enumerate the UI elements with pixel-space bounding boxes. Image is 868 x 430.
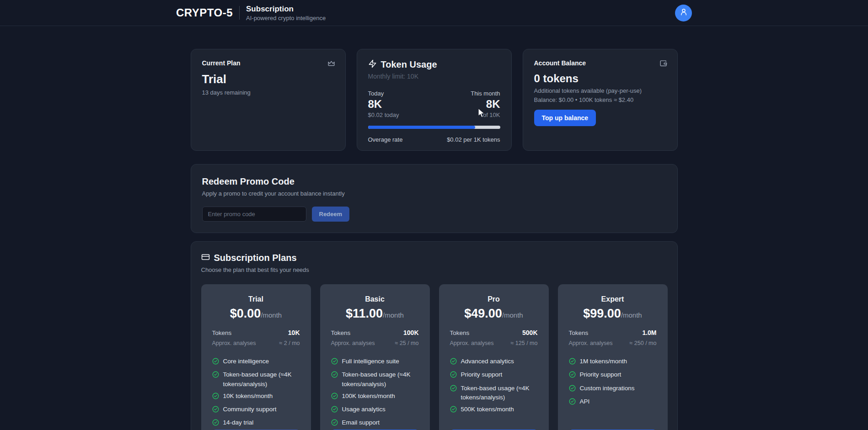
check-circle-icon [450, 358, 457, 367]
usage-month: This month 8K of 10K [471, 90, 500, 118]
check-circle-icon [569, 385, 576, 394]
top-up-balance-button[interactable]: Top up balance [534, 110, 596, 126]
check-circle-icon [212, 393, 219, 402]
plan-card-basic: Basic $11.00/month Tokens 100K Approx. a… [320, 284, 430, 430]
plan-feature: Email support [331, 418, 419, 429]
plan-price: $99.00 [583, 307, 621, 320]
check-circle-icon [450, 371, 457, 381]
plan-feature: Usage analytics [331, 405, 419, 415]
usage-today-cost: $0.02 today [368, 111, 399, 118]
plan-price: $0.00 [230, 307, 261, 320]
feature-text: Token-based usage (≈4K tokens/analysis) [342, 370, 419, 389]
plan-feature: 500K tokens/month [450, 405, 538, 415]
token-usage-card: Token Usage Monthly limit: 10K Today 8K … [357, 49, 512, 151]
tokens-value: 1.0M [642, 329, 656, 336]
feature-text: Email support [342, 418, 380, 429]
check-circle-icon [569, 358, 576, 367]
promo-title: Redeem Promo Code [202, 176, 666, 187]
analyses-label: Approx. analyses [569, 340, 613, 346]
plan-feature: 1M tokens/month [569, 357, 657, 367]
current-plan-card: Current Plan Trial 13 days remaining [191, 49, 346, 151]
redeem-promo-card: Redeem Promo Code Apply a promo to credi… [191, 164, 678, 233]
feature-text: Priority support [580, 370, 622, 381]
feature-text: Core intelligence [223, 357, 269, 367]
plan-feature: Core intelligence [212, 357, 300, 367]
usage-progress-fill [368, 126, 475, 129]
check-circle-icon [331, 419, 338, 429]
feature-text: Custom integrations [580, 384, 635, 394]
plans-subtitle: Choose the plan that best fits your need… [201, 266, 667, 273]
analyses-label: Approx. analyses [331, 340, 375, 346]
tokens-label: Tokens [331, 329, 351, 336]
overage-rate-label: Overage rate [368, 136, 403, 143]
plan-feature: 10K tokens/month [212, 392, 300, 402]
plan-feature: Priority support [569, 370, 657, 381]
page-subtitle: AI-powered crypto intelligence [246, 15, 326, 21]
plan-feature: Custom integrations [569, 384, 657, 394]
plans-grid: Trial $0.00/month Tokens 10K Approx. ana… [201, 284, 667, 430]
balance-line1: Additional tokens available (pay-per-use… [534, 87, 666, 94]
feature-text: Token-based usage (≈4K tokens/analysis) [461, 384, 538, 403]
plan-feature: Priority support [450, 370, 538, 381]
page-title: Subscription [246, 5, 326, 14]
tokens-label: Tokens [569, 329, 589, 336]
app-logo: CRYPTO-5 [176, 6, 233, 19]
balance-line2: Balance: $0.00 • 100K tokens ≈ $2.40 [534, 96, 666, 103]
analyses-value: ≈ 2 / mo [279, 340, 300, 346]
plan-feature: 14-day trial [212, 418, 300, 429]
check-circle-icon [212, 371, 219, 389]
check-circle-icon [450, 406, 457, 415]
usage-progress-bar [368, 126, 500, 129]
balance-tokens: 0 tokens [534, 72, 666, 85]
feature-text: 1M tokens/month [580, 357, 627, 367]
check-circle-icon [212, 358, 219, 367]
account-balance-label: Account Balance [534, 59, 666, 67]
plan-name: Pro [450, 295, 538, 303]
header-divider [239, 6, 240, 20]
plan-feature: Community support [212, 405, 300, 415]
account-balance-card: Account Balance 0 tokens Additional toke… [523, 49, 678, 151]
overage-rate-value: $0.02 per 1K tokens [447, 136, 500, 143]
check-circle-icon [331, 358, 338, 367]
plan-name: Trial [212, 295, 300, 303]
token-usage-title: Token Usage [381, 59, 437, 70]
analyses-label: Approx. analyses [212, 340, 256, 346]
feature-text: Token-based usage (≈4K tokens/analysis) [223, 370, 300, 389]
usage-month-label: This month [471, 90, 500, 97]
feature-text: Community support [223, 405, 277, 415]
zap-icon [368, 59, 377, 70]
feature-text: 10K tokens/month [223, 392, 273, 402]
check-circle-icon [212, 419, 219, 429]
tokens-value: 100K [403, 329, 418, 336]
tokens-label: Tokens [212, 329, 232, 336]
plan-feature: Full intelligence suite [331, 357, 419, 367]
crown-icon [327, 59, 335, 69]
check-circle-icon [331, 393, 338, 402]
app-header: CRYPTO-5 Subscription AI-powered crypto … [0, 0, 868, 26]
tokens-label: Tokens [450, 329, 470, 336]
analyses-value: ≈ 25 / mo [395, 340, 418, 346]
feature-text: 500K tokens/month [461, 405, 514, 415]
check-circle-icon [569, 398, 576, 408]
promo-code-input[interactable] [202, 207, 306, 222]
feature-text: Usage analytics [342, 405, 386, 415]
check-circle-icon [331, 406, 338, 415]
plan-feature: Token-based usage (≈4K tokens/analysis) [331, 370, 419, 389]
usage-today-label: Today [368, 90, 399, 97]
monthly-limit: Monthly limit: 10K [368, 73, 500, 80]
tokens-value: 10K [288, 329, 300, 336]
feature-text: Priority support [461, 370, 503, 381]
summary-cards-row: Current Plan Trial 13 days remaining Tok… [191, 49, 678, 151]
check-circle-icon [212, 406, 219, 415]
redeem-button[interactable]: Redeem [312, 207, 350, 222]
feature-text: Advanced analytics [461, 357, 514, 367]
check-circle-icon [450, 385, 457, 403]
plan-name: Basic [331, 295, 419, 303]
plan-price: $49.00 [464, 307, 502, 320]
user-avatar[interactable] [675, 5, 692, 21]
plan-period: /month [502, 311, 523, 319]
feature-text: 100K tokens/month [342, 392, 395, 402]
current-plan-name: Trial [202, 72, 334, 86]
plan-card-trial: Trial $0.00/month Tokens 10K Approx. ana… [201, 284, 311, 430]
plan-feature: API [569, 397, 657, 408]
